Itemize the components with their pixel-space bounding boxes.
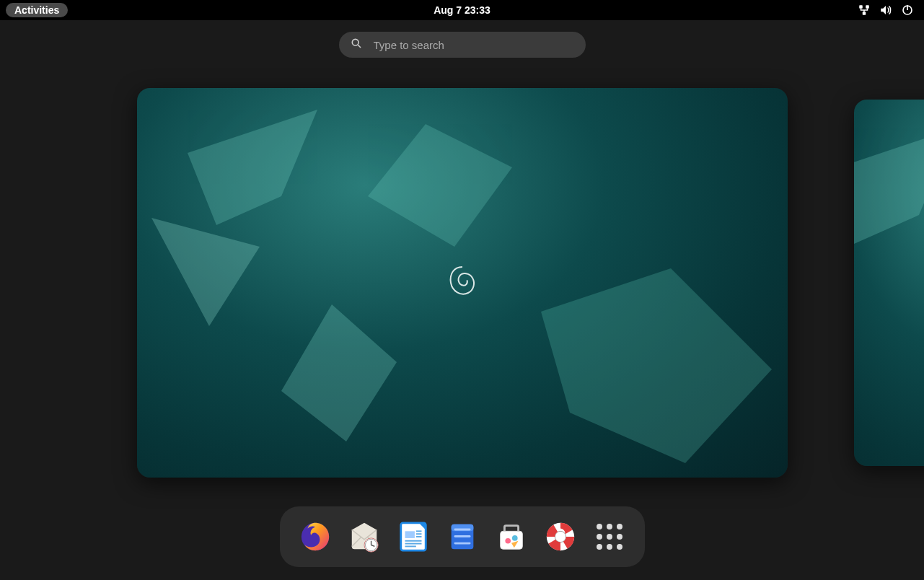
app-files[interactable] — [446, 520, 479, 553]
workspace-1[interactable] — [137, 88, 788, 478]
activities-button[interactable]: Activities — [6, 3, 68, 17]
wallpaper-shard — [854, 128, 924, 273]
clock[interactable]: Aug 7 23:33 — [434, 4, 490, 16]
app-evolution[interactable] — [348, 520, 381, 553]
svg-marker-10 — [541, 268, 772, 463]
svg-point-5 — [352, 39, 358, 45]
svg-rect-0 — [859, 5, 863, 9]
power-icon[interactable] — [901, 4, 914, 17]
app-grid-icon — [597, 524, 622, 550]
volume-icon[interactable] — [879, 4, 892, 17]
app-software[interactable] — [495, 520, 528, 553]
app-help[interactable] — [544, 520, 577, 553]
svg-rect-31 — [454, 542, 470, 545]
svg-rect-29 — [454, 529, 470, 531]
svg-rect-30 — [454, 535, 470, 537]
search-icon — [351, 38, 362, 52]
debian-logo-icon — [448, 264, 477, 302]
wallpaper-shard — [368, 124, 527, 254]
svg-marker-7 — [188, 110, 317, 225]
dash — [280, 506, 645, 567]
show-applications-button[interactable] — [593, 520, 626, 553]
svg-marker-12 — [854, 128, 924, 244]
app-libreoffice-writer[interactable] — [397, 520, 430, 553]
svg-marker-8 — [368, 124, 512, 247]
svg-point-34 — [511, 535, 517, 541]
wallpaper-shard — [281, 304, 426, 449]
svg-marker-9 — [281, 304, 397, 441]
svg-line-6 — [358, 45, 361, 48]
svg-point-33 — [505, 538, 511, 544]
svg-rect-20 — [405, 531, 414, 538]
search-bar[interactable] — [339, 32, 586, 58]
wallpaper-shard — [541, 268, 772, 470]
svg-marker-11 — [151, 218, 260, 326]
status-area[interactable] — [858, 4, 918, 17]
app-firefox[interactable] — [299, 520, 332, 553]
workspace-2[interactable] — [854, 100, 924, 466]
svg-rect-2 — [863, 12, 866, 15]
network-icon[interactable] — [858, 4, 871, 17]
search-input[interactable] — [372, 38, 574, 52]
svg-rect-32 — [500, 531, 522, 549]
svg-rect-1 — [866, 5, 869, 9]
wallpaper-shard — [151, 218, 281, 333]
top-bar: Activities Aug 7 23:33 — [0, 0, 924, 20]
svg-point-37 — [555, 531, 566, 542]
